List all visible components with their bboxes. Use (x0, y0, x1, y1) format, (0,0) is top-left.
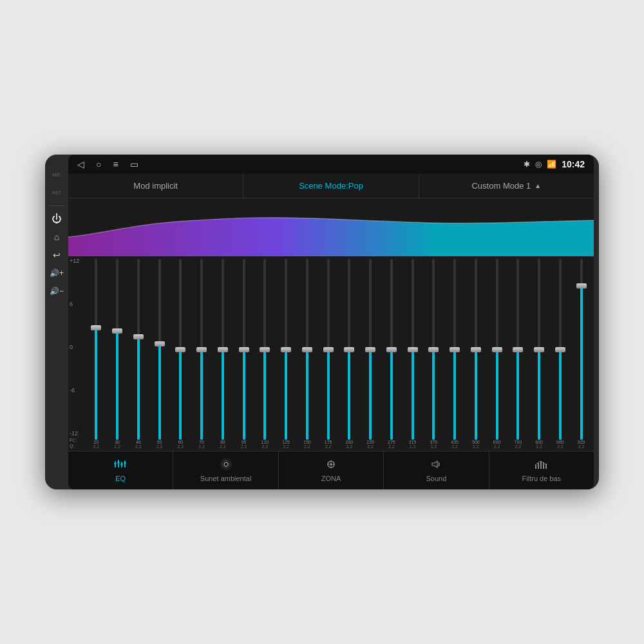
fc-q-labels: FC:Q: (70, 437, 77, 449)
fader-thumb-315[interactable] (408, 347, 418, 352)
q-val-315: 2.2 (410, 444, 416, 449)
fader-track-860[interactable] (559, 259, 562, 440)
mode-arrow-icon: ▲ (535, 182, 541, 189)
nav-zona[interactable]: ZONA (279, 451, 384, 489)
freq-col-920: 9202.2 (571, 440, 591, 449)
fader-thumb-110[interactable] (260, 347, 270, 352)
fader-track-920[interactable] (580, 259, 583, 440)
freq-col-20: 202.2 (86, 440, 106, 449)
fader-track-30[interactable] (116, 259, 118, 440)
bass-icon (535, 459, 549, 473)
mode-scene[interactable]: Scene Mode:Pop (243, 174, 419, 198)
freq-col-60: 602.2 (171, 440, 191, 449)
fader-track-800[interactable] (538, 259, 540, 440)
freq-val-150: 150 (303, 440, 311, 444)
recent-button[interactable]: ▭ (130, 159, 138, 169)
freq-col-275: 2752.2 (382, 440, 402, 449)
fader-thumb-800[interactable] (534, 347, 544, 352)
freq-col-80: 802.2 (213, 440, 233, 449)
back-button[interactable]: ◁ (77, 159, 84, 169)
fader-col-20 (86, 259, 106, 440)
nav-bass[interactable]: Filtru de bas (489, 451, 594, 489)
fader-thumb-95[interactable] (239, 347, 249, 352)
db-labels: +12 6 0 -6 -12 (70, 256, 79, 438)
fader-thumb-40[interactable] (133, 334, 144, 339)
fader-thumb-30[interactable] (112, 328, 122, 334)
fader-track-500[interactable] (475, 259, 477, 440)
fader-thumb-600[interactable] (492, 347, 502, 352)
fader-thumb-860[interactable] (555, 347, 565, 352)
freq-col-175: 1752.2 (318, 440, 338, 449)
freq-col-800: 8002.2 (529, 440, 549, 449)
home-button[interactable]: ○ (96, 159, 101, 169)
fader-thumb-50[interactable] (155, 341, 165, 346)
nav-eq[interactable]: EQ (68, 451, 173, 489)
back-side-button[interactable]: ↩ (50, 248, 64, 262)
fader-thumb-175[interactable] (323, 347, 334, 352)
nav-sound[interactable]: Sound (384, 451, 489, 489)
freq-val-70: 70 (199, 440, 204, 444)
q-val-700: 2.2 (515, 444, 522, 449)
fader-track-275[interactable] (390, 259, 393, 440)
svg-rect-20 (545, 464, 547, 469)
fader-thumb-200[interactable] (344, 347, 354, 352)
fader-track-150[interactable] (306, 259, 308, 440)
freq-val-30: 30 (115, 440, 120, 444)
fader-track-375[interactable] (432, 259, 435, 440)
fader-thumb-150[interactable] (302, 347, 312, 352)
fader-track-20[interactable] (95, 259, 97, 440)
fader-track-435[interactable] (453, 259, 456, 440)
fader-track-110[interactable] (263, 259, 266, 440)
fader-track-600[interactable] (496, 259, 498, 440)
mic-button[interactable]: MIC (50, 167, 64, 182)
freq-val-200: 200 (346, 440, 354, 444)
vol-down-button[interactable]: 🔊− (50, 284, 64, 298)
side-buttons: MIC RST ⏻ ⌂ ↩ 🔊+ 🔊− (45, 155, 68, 489)
fader-thumb-70[interactable] (196, 347, 207, 352)
q-val-95: 2.2 (241, 444, 247, 449)
svg-rect-16 (535, 465, 536, 469)
db-plus12: +12 (70, 258, 79, 264)
nav-ambient[interactable]: Sunet ambiental (173, 451, 278, 489)
vol-up-button[interactable]: 🔊+ (50, 266, 64, 280)
nav-buttons: ◁ ○ ≡ ▭ (77, 159, 138, 169)
fader-track-235[interactable] (369, 259, 372, 440)
menu-button[interactable]: ≡ (113, 159, 118, 169)
fader-track-60[interactable] (179, 259, 182, 440)
freq-col-30: 302.2 (108, 440, 128, 449)
fader-thumb-435[interactable] (450, 347, 460, 352)
freq-col-125: 1252.2 (276, 440, 296, 449)
fader-thumb-700[interactable] (513, 347, 523, 352)
reset-button[interactable]: RST (50, 185, 64, 200)
mode-implicit[interactable]: Mod implicit (68, 174, 243, 198)
fader-thumb-235[interactable] (365, 347, 375, 352)
fader-track-200[interactable] (348, 259, 350, 440)
fader-thumb-920[interactable] (576, 283, 587, 289)
fader-track-125[interactable] (285, 259, 287, 440)
svg-marker-15 (432, 461, 437, 468)
fader-thumb-60[interactable] (175, 347, 185, 352)
fader-thumb-80[interactable] (218, 347, 228, 352)
home-side-button[interactable]: ⌂ (50, 230, 64, 244)
mode-custom[interactable]: Custom Mode 1 ▲ (419, 174, 594, 198)
fader-track-50[interactable] (158, 259, 161, 440)
fader-track-70[interactable] (200, 259, 203, 440)
fader-col-435 (445, 259, 465, 440)
fader-thumb-375[interactable] (428, 347, 439, 352)
fader-track-80[interactable] (222, 259, 224, 440)
fader-thumb-20[interactable] (91, 325, 101, 330)
fader-track-700[interactable] (516, 259, 519, 440)
q-val-30: 2.2 (114, 444, 120, 449)
fader-track-40[interactable] (137, 259, 140, 440)
fader-thumb-500[interactable] (471, 347, 481, 352)
fader-thumb-275[interactable] (386, 347, 397, 352)
fader-thumb-125[interactable] (281, 347, 291, 352)
q-val-920: 2.2 (578, 444, 585, 449)
fader-track-315[interactable] (412, 259, 414, 440)
fader-track-175[interactable] (327, 259, 330, 440)
q-val-500: 2.2 (473, 444, 479, 449)
eq-screen: Mod implicit Scene Mode:Pop Custom Mode … (68, 174, 594, 489)
power-button[interactable]: ⏻ (50, 212, 64, 226)
fader-track-95[interactable] (243, 259, 245, 440)
db-0: 0 (70, 344, 79, 350)
